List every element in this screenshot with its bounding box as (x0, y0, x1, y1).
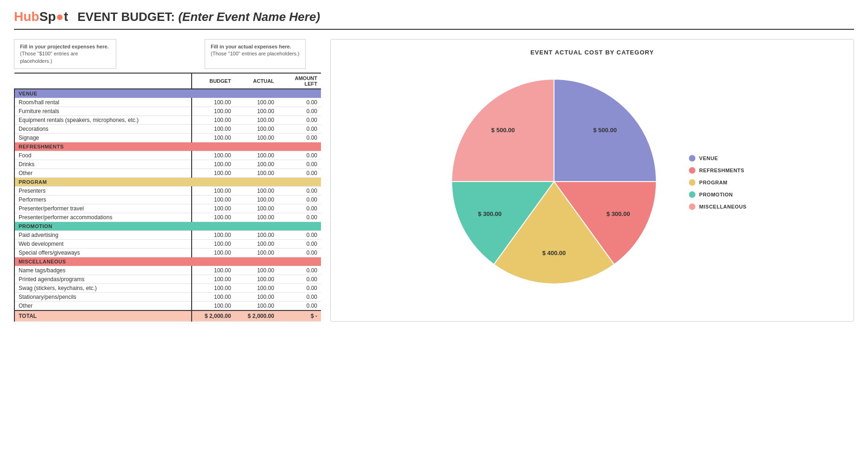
pie-label-program: $ 400.00 (542, 249, 566, 256)
item-actual: 100.00 (235, 266, 278, 275)
table-row: Stationary/pens/pencils 100.00 100.00 0.… (14, 293, 321, 302)
main-content: Fill in your projected expenses here. (T… (14, 39, 854, 322)
table-row: Performers 100.00 100.00 0.00 (14, 196, 321, 204)
item-actual: 100.00 (235, 284, 278, 293)
legend-label: MISCELLANEOUS (699, 204, 747, 209)
item-budget: 100.00 (192, 249, 235, 257)
item-budget: 100.00 (192, 302, 235, 311)
item-actual: 100.00 (235, 98, 278, 107)
item-label: Food (14, 151, 192, 160)
item-left: 0.00 (278, 116, 321, 125)
item-actual: 100.00 (235, 240, 278, 249)
item-actual: 100.00 (235, 107, 278, 116)
item-actual: 100.00 (235, 213, 278, 222)
item-label: Other (14, 169, 192, 178)
category-row: PROMOTION (14, 222, 321, 231)
item-actual: 100.00 (235, 293, 278, 302)
total-budget: $ 2,000.00 (192, 310, 235, 322)
item-budget: 100.00 (192, 169, 235, 178)
table-row: Decorations 100.00 100.00 0.00 (14, 125, 321, 134)
chart-container: $ 500.00$ 300.00$ 400.00$ 300.00$ 500.00… (438, 65, 747, 299)
pie-label-promotion: $ 300.00 (478, 210, 502, 217)
item-label: Special offers/giveaways (14, 249, 192, 257)
category-row: MISCELLANEOUS (14, 257, 321, 266)
item-budget: 100.00 (192, 204, 235, 213)
item-budget: 100.00 (192, 116, 235, 125)
item-budget: 100.00 (192, 213, 235, 222)
category-row: REFRESHMENTS (14, 142, 321, 151)
item-label: Drinks (14, 160, 192, 169)
table-row: Presenter/performer travel 100.00 100.00… (14, 204, 321, 213)
legend-label: VENUE (699, 155, 718, 161)
item-actual: 100.00 (235, 249, 278, 257)
item-left: 0.00 (278, 134, 321, 142)
table-row: Drinks 100.00 100.00 0.00 (14, 160, 321, 169)
item-budget: 100.00 (192, 266, 235, 275)
legend-item-miscellaneous: MISCELLANEOUS (689, 203, 747, 210)
table-row: Other 100.00 100.00 0.00 (14, 302, 321, 311)
item-left: 0.00 (278, 107, 321, 116)
page-title: EVENT BUDGET: (Enter Event Name Here) (77, 10, 320, 24)
item-budget: 100.00 (192, 284, 235, 293)
item-actual: 100.00 (235, 204, 278, 213)
item-left: 0.00 (278, 160, 321, 169)
legend-dot (689, 203, 695, 210)
item-left: 0.00 (278, 204, 321, 213)
item-label: Signage (14, 134, 192, 142)
item-left: 0.00 (278, 213, 321, 222)
item-left: 0.00 (278, 98, 321, 107)
item-actual: 100.00 (235, 187, 278, 196)
col-header-label (14, 73, 192, 89)
col-header-budget: BUDGET (192, 73, 235, 89)
item-budget: 100.00 (192, 125, 235, 134)
legend-dot (689, 167, 695, 174)
legend-label: PROMOTION (699, 192, 733, 197)
item-budget: 100.00 (192, 187, 235, 196)
item-left: 0.00 (278, 187, 321, 196)
item-label: Decorations (14, 125, 192, 134)
item-budget: 100.00 (192, 240, 235, 249)
item-left: 0.00 (278, 169, 321, 178)
item-budget: 100.00 (192, 275, 235, 284)
table-row: Furniture rentals 100.00 100.00 0.00 (14, 107, 321, 116)
legend-dot (689, 179, 695, 186)
projected-callout: Fill in your projected expenses here. (T… (14, 39, 116, 69)
item-budget: 100.00 (192, 293, 235, 302)
actual-callout: Fill in your actual expenses here. (Thos… (205, 39, 306, 69)
total-actual: $ 2,000.00 (235, 310, 278, 322)
table-row: Web development 100.00 100.00 0.00 (14, 240, 321, 249)
item-budget: 100.00 (192, 134, 235, 142)
legend-dot (689, 155, 695, 162)
item-budget: 100.00 (192, 107, 235, 116)
item-left: 0.00 (278, 240, 321, 249)
item-left: 0.00 (278, 284, 321, 293)
callout-area: Fill in your projected expenses here. (T… (14, 39, 321, 69)
item-label: Presenter/performer travel (14, 204, 192, 213)
col-header-left: AMOUNT LEFT (278, 73, 321, 89)
chart-legend: VENUE REFRESHMENTS PROGRAM PROMOTION MIS… (689, 155, 747, 210)
item-label: Equipment rentals (speakers, microphones… (14, 116, 192, 125)
item-budget: 100.00 (192, 151, 235, 160)
item-label: Paid advertising (14, 231, 192, 240)
item-label: Name tags/badges (14, 266, 192, 275)
pie-label-venue: $ 500.00 (593, 127, 617, 134)
col-header-actual: ACTUAL (235, 73, 278, 89)
table-row: Paid advertising 100.00 100.00 0.00 (14, 231, 321, 240)
table-row: Food 100.00 100.00 0.00 (14, 151, 321, 160)
chart-area: EVENT ACTUAL COST BY CATEGORY $ 500.00$ … (330, 39, 854, 322)
budget-table: BUDGET ACTUAL AMOUNT LEFT VENUE Room/hal… (14, 73, 321, 322)
total-left: $ - (278, 310, 321, 322)
table-row: Name tags/badges 100.00 100.00 0.00 (14, 266, 321, 275)
legend-item-venue: VENUE (689, 155, 747, 162)
header: HubSp●t EVENT BUDGET: (Enter Event Name … (14, 9, 854, 30)
table-row: Other 100.00 100.00 0.00 (14, 169, 321, 178)
item-left: 0.00 (278, 249, 321, 257)
item-actual: 100.00 (235, 196, 278, 204)
category-row: VENUE (14, 89, 321, 98)
item-actual: 100.00 (235, 116, 278, 125)
item-label: Room/hall rental (14, 98, 192, 107)
table-row: Presenters 100.00 100.00 0.00 (14, 187, 321, 196)
legend-item-promotion: PROMOTION (689, 191, 747, 198)
hubspot-logo: HubSp●t (14, 9, 68, 24)
item-left: 0.00 (278, 266, 321, 275)
